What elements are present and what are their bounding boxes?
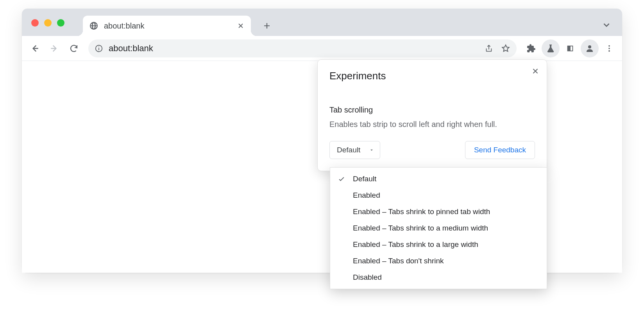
new-tab-button[interactable] — [259, 18, 275, 34]
share-icon[interactable] — [485, 44, 493, 53]
experiment-option-label: Enabled — [353, 191, 380, 200]
experiment-option-label: Enabled – Tabs shrink to pinned tab widt… — [353, 207, 490, 216]
omnibox[interactable] — [88, 39, 517, 57]
experiment-option[interactable]: Enabled – Tabs don't shrink — [330, 253, 547, 269]
site-info-icon[interactable] — [95, 44, 103, 53]
tab-title: about:blank — [104, 21, 237, 30]
svg-point-6 — [608, 50, 610, 52]
send-feedback-button[interactable]: Send Feedback — [465, 141, 535, 159]
experiment-select[interactable]: Default — [329, 141, 380, 159]
close-tab-button[interactable] — [237, 22, 245, 30]
experiment-option-label: Enabled – Tabs shrink to a large width — [353, 240, 478, 249]
tabs-overflow-button[interactable] — [599, 17, 614, 33]
close-popup-button[interactable] — [530, 65, 541, 77]
browser-window: about:blank — [22, 9, 622, 273]
forward-button[interactable] — [45, 39, 63, 57]
experiment-option-label: Disabled — [353, 273, 382, 282]
experiment-option-label: Enabled – Tabs don't shrink — [353, 257, 444, 265]
checkmark-icon — [336, 175, 347, 183]
svg-point-5 — [608, 48, 610, 49]
experiment-option-label: Default — [353, 175, 376, 183]
experiment-option[interactable]: Enabled – Tabs shrink to pinned tab widt… — [330, 204, 547, 220]
experiment-select-value: Default — [337, 146, 360, 154]
experiment-option[interactable]: Enabled – Tabs shrink to a large width — [330, 236, 547, 253]
experiment-name: Tab scrolling — [329, 105, 535, 114]
svg-point-3 — [588, 45, 591, 48]
experiments-button[interactable] — [542, 39, 560, 57]
profile-button[interactable] — [581, 39, 599, 57]
experiment-description: Enables tab strip to scroll left and rig… — [329, 118, 535, 130]
caret-down-icon — [369, 147, 374, 153]
globe-icon — [89, 21, 98, 30]
toolbar — [22, 36, 622, 61]
experiment-option[interactable]: Default — [330, 171, 547, 187]
experiment-option-label: Enabled – Tabs shrink to a medium width — [353, 224, 488, 232]
popup-title: Experiments — [329, 70, 535, 82]
svg-point-4 — [608, 45, 610, 46]
window-minimize-button[interactable] — [44, 19, 52, 27]
experiments-popup: Experiments Tab scrolling Enables tab st… — [317, 59, 547, 171]
experiment-option[interactable]: Enabled — [330, 187, 547, 204]
tab-strip: about:blank — [22, 9, 622, 36]
window-maximize-button[interactable] — [57, 19, 64, 27]
window-close-button[interactable] — [31, 19, 39, 27]
experiment-option[interactable]: Enabled – Tabs shrink to a medium width — [330, 220, 547, 236]
send-feedback-label: Send Feedback — [474, 146, 526, 154]
svg-point-2 — [98, 46, 99, 47]
url-input[interactable] — [109, 43, 479, 54]
experiment-options-dropdown: DefaultEnabledEnabled – Tabs shrink to p… — [330, 167, 547, 289]
back-button[interactable] — [26, 39, 44, 57]
reload-button[interactable] — [65, 39, 83, 57]
bookmark-star-icon[interactable] — [501, 44, 510, 53]
macos-window-controls — [31, 19, 64, 27]
side-panel-button[interactable] — [561, 39, 579, 57]
experiment-option[interactable]: Disabled — [330, 269, 547, 286]
extensions-button[interactable] — [522, 39, 540, 57]
browser-tab[interactable]: about:blank — [83, 16, 251, 36]
menu-button[interactable] — [600, 39, 618, 57]
